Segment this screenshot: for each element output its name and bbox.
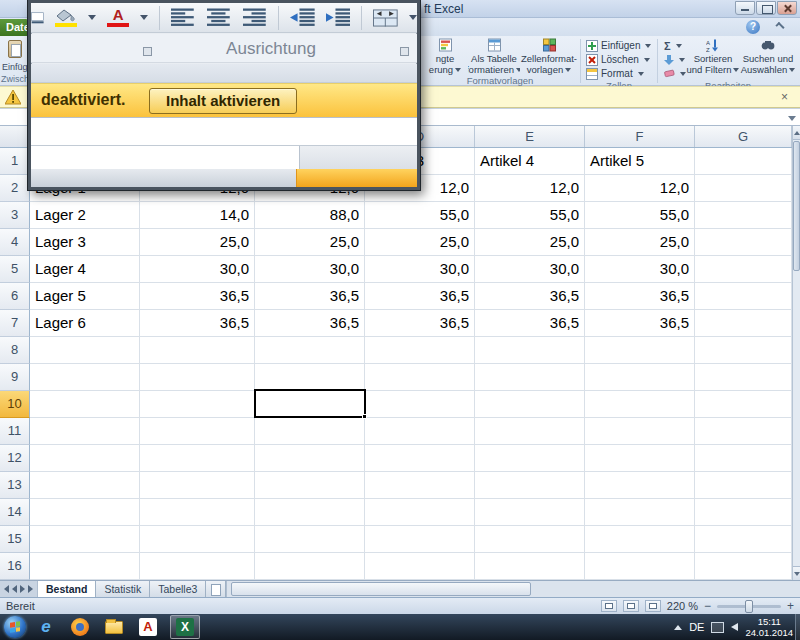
cell-F1[interactable]: Artikel 5 [585,148,695,175]
cell-E6[interactable]: 36,5 [475,283,585,310]
horizontal-scrollbar[interactable] [226,581,800,597]
first-sheet-icon[interactable] [4,585,9,593]
explorer-folder-icon[interactable] [102,616,126,638]
minimize-button[interactable] [735,1,755,15]
cell-E1[interactable]: Artikel 4 [475,148,585,175]
sort-filter-button[interactable]: A Z Sortieren und Filtern [686,37,740,75]
cell-A11[interactable] [30,418,140,445]
hidden-icons-arrow[interactable] [674,625,682,630]
align-left-icon[interactable] [171,8,196,27]
fill-handle[interactable] [362,414,367,419]
format-cells-button[interactable]: Format [586,67,651,80]
cell-A3[interactable]: Lager 2 [30,202,140,229]
format-as-table-button[interactable]: Als Tabelle formatieren [468,37,520,75]
fill-color-button[interactable] [55,9,77,27]
cell-F15[interactable] [585,526,695,553]
cell-B8[interactable] [140,337,255,364]
cell-F11[interactable] [585,418,695,445]
cell-D8[interactable] [365,337,475,364]
chevron-down-icon[interactable] [88,15,96,20]
dialog-launcher-icon[interactable] [400,47,409,56]
cell-E2[interactable]: 12,0 [475,175,585,202]
cell-G1[interactable] [695,148,792,175]
row-header-1[interactable]: 1 [0,148,30,175]
enable-content-button[interactable]: Inhalt aktivieren [149,88,297,114]
cell-C12[interactable] [255,445,365,472]
cell-A5[interactable]: Lager 4 [30,256,140,283]
cell-F9[interactable] [585,364,695,391]
cell-D7[interactable]: 36,5 [365,310,475,337]
merge-center-icon[interactable] [373,9,398,27]
cell-B4[interactable]: 25,0 [140,229,255,256]
scroll-down-icon[interactable] [793,566,800,580]
row-header-2[interactable]: 2 [0,175,30,202]
active-cell-selection[interactable] [254,389,366,418]
sheet-tab-tabelle3[interactable]: Tabelle3 [150,581,206,597]
cell-C14[interactable] [255,499,365,526]
cell-F3[interactable]: 55,0 [585,202,695,229]
decrease-indent-icon[interactable] [290,8,315,27]
dialog-launcher-icon[interactable] [143,47,152,56]
cell-F12[interactable] [585,445,695,472]
cell-G4[interactable] [695,229,792,256]
zoom-level[interactable]: 220 % [667,600,698,612]
cell-A9[interactable] [30,364,140,391]
cell-F8[interactable] [585,337,695,364]
align-center-icon[interactable] [207,8,232,27]
cell-B11[interactable] [140,418,255,445]
cell-E16[interactable] [475,553,585,580]
cell-C15[interactable] [255,526,365,553]
cell-C13[interactable] [255,472,365,499]
cell-C3[interactable]: 88,0 [255,202,365,229]
cell-G14[interactable] [695,499,792,526]
cell-E9[interactable] [475,364,585,391]
pdf-reader-icon[interactable]: A [136,616,160,638]
row-header-6[interactable]: 6 [0,283,30,310]
insert-cells-button[interactable]: Einfügen [586,39,651,52]
excel-taskbar-button[interactable]: X [170,615,200,639]
cell-G5[interactable] [695,256,792,283]
start-button[interactable] [4,616,26,638]
page-layout-view-icon[interactable] [623,600,639,612]
cell-D14[interactable] [365,499,475,526]
cell-B10[interactable] [140,391,255,418]
cell-F4[interactable]: 25,0 [585,229,695,256]
cell-E10[interactable] [475,391,585,418]
cell-G12[interactable] [695,445,792,472]
last-sheet-icon[interactable] [28,585,33,593]
delete-cells-button[interactable]: Löschen [586,53,651,66]
cell-A14[interactable] [30,499,140,526]
row-header-12[interactable]: 12 [0,445,30,472]
cell-G16[interactable] [695,553,792,580]
file-tab[interactable]: Datei [0,19,28,36]
collapse-ribbon-icon[interactable] [775,22,784,31]
volume-icon[interactable] [731,623,738,631]
taskbar-clock[interactable]: 15:11 24.01.2014 [745,616,793,638]
increase-indent-icon[interactable] [326,8,351,27]
select-all-corner[interactable] [0,126,30,147]
cell-A8[interactable] [30,337,140,364]
cell-D11[interactable] [365,418,475,445]
sheet-tab-statistik[interactable]: Statistik [96,581,150,597]
row-header-14[interactable]: 14 [0,499,30,526]
cell-B6[interactable]: 36,5 [140,283,255,310]
vertical-scrollbar[interactable] [792,126,800,580]
zoom-out-button[interactable]: − [704,599,711,613]
insert-worksheet-button[interactable] [206,581,226,597]
find-select-button[interactable]: Suchen und Auswählen [740,37,796,75]
prev-sheet-icon[interactable] [12,585,17,593]
horizontal-scroll-thumb[interactable] [231,582,531,596]
cell-C7[interactable]: 36,5 [255,310,365,337]
cell-G3[interactable] [695,202,792,229]
cell-F13[interactable] [585,472,695,499]
row-header-7[interactable]: 7 [0,310,30,337]
message-bar-close-icon[interactable]: × [777,90,792,105]
cell-G9[interactable] [695,364,792,391]
cell-E3[interactable]: 55,0 [475,202,585,229]
row-header-4[interactable]: 4 [0,229,30,256]
cell-E11[interactable] [475,418,585,445]
cell-A4[interactable]: Lager 3 [30,229,140,256]
chevron-down-icon[interactable] [140,15,148,20]
cell-C16[interactable] [255,553,365,580]
column-header-F[interactable]: F [585,126,695,147]
